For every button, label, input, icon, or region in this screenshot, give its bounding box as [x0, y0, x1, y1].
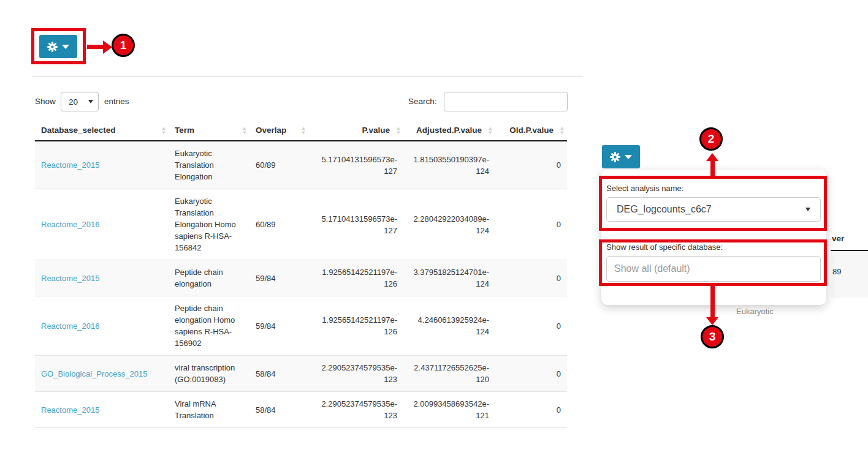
overlap-cell-text: 58/84 — [256, 369, 276, 378]
sort-icons: ▲▼ — [560, 126, 565, 135]
caret-down-icon — [88, 100, 93, 103]
table-row: GO_Biological_Process_2015viral transcri… — [35, 356, 567, 392]
overlap-cell-text: 59/84 — [256, 274, 276, 283]
search-label: Search: — [408, 97, 437, 106]
sort-icons: ▲▼ — [396, 126, 401, 135]
column-header-label: P.value — [362, 126, 390, 135]
old-p-value-cell-text: 0 — [557, 321, 561, 331]
overlap-cell: 59/84 — [249, 296, 308, 356]
p-value-cell-text: 1.92565142521197e-126 — [322, 268, 397, 288]
overlap-cell: 60/89 — [249, 189, 308, 260]
adjusted-p-value-cell-text: 2.43711726552625e-120 — [414, 363, 489, 384]
term-cell-text: Eukaryotic Translation Elongation — [175, 149, 214, 181]
caret-down-icon — [625, 155, 632, 159]
adjusted-p-value-cell-text: 2.28042922034089e-124 — [413, 214, 489, 235]
adjusted-p-value-cell: 4.2460613925924e-124 — [403, 296, 495, 356]
old-p-value-cell-text: 0 — [557, 220, 561, 229]
database-link[interactable]: Reactome_2016 — [41, 321, 99, 331]
database-link[interactable]: Reactome_2015 — [41, 274, 99, 283]
background-header-border — [831, 250, 868, 251]
adjusted-p-value-cell-text: 2.00993458693542e-121 — [413, 399, 489, 420]
database-link[interactable]: GO_Biological_Process_2015 — [41, 369, 147, 378]
column-header-term[interactable]: Term▲▼ — [169, 120, 249, 141]
length-suffix-label: entries — [104, 97, 129, 106]
old-p-value-cell-text: 0 — [557, 369, 561, 378]
sort-icons: ▲▼ — [242, 126, 247, 135]
term-cell-text: Eukaryotic Translation Elongation Homo s… — [175, 197, 236, 252]
old-p-value-cell-text: 0 — [557, 160, 561, 170]
term-cell-text: Peptide chain elongation Homo sapiens R-… — [175, 304, 235, 348]
old-p-value-cell-text: 0 — [557, 274, 561, 283]
overlap-cell: 59/84 — [249, 260, 308, 296]
settings-dropdown-button-right[interactable] — [602, 145, 640, 168]
search-input[interactable] — [444, 92, 568, 111]
db-link: Reactome_2015 — [35, 141, 169, 189]
p-value-cell-text: 1.92565142521197e-126 — [322, 315, 397, 336]
old-p-value-cell: 0 — [495, 189, 567, 260]
annotation-arrow-2 — [710, 160, 715, 176]
term-cell-text: viral transcription (GO:0019083) — [175, 363, 235, 384]
annotation-arrowhead-1 — [103, 40, 112, 54]
column-header-old.p.value[interactable]: Old.P.value▲▼ — [495, 120, 567, 141]
old-p-value-cell: 0 — [495, 260, 567, 296]
column-header-database_selected[interactable]: Database_selected▲▼ — [35, 120, 169, 141]
background-overlap-fragment: 89 — [832, 267, 841, 276]
old-p-value-cell: 0 — [495, 356, 567, 392]
background-term-fragment: Eukaryotic — [736, 307, 774, 316]
table-row: Reactome_2015Eukaryotic Translation Elon… — [35, 141, 567, 189]
p-value-cell: 1.92565142521197e-126 — [308, 296, 403, 356]
p-value-cell-text: 2.29052374579535e-123 — [321, 399, 397, 420]
p-value-cell: 2.29052374579535e-123 — [308, 392, 403, 428]
overlap-cell-text: 59/84 — [256, 321, 276, 331]
annotation-box-1 — [31, 28, 86, 64]
database-link[interactable]: Reactome_2015 — [41, 405, 99, 415]
old-p-value-cell: 0 — [495, 296, 567, 356]
section-divider — [32, 76, 583, 77]
overlap-cell: 58/84 — [249, 392, 308, 428]
annotation-arrowhead-2 — [706, 153, 718, 161]
term-cell: Eukaryotic Translation Elongation Homo s… — [169, 189, 249, 260]
gear-icon — [610, 152, 620, 162]
overlap-cell: 60/89 — [249, 141, 308, 189]
column-header-adjusted.p.value[interactable]: Adjusted.P.value▲▼ — [403, 120, 495, 141]
database-link[interactable]: Reactome_2016 — [41, 220, 99, 229]
table-row: Reactome_2016Peptide chain elongation Ho… — [35, 296, 567, 356]
results-table: Database_selected▲▼Term▲▼Overlap▲▼P.valu… — [35, 120, 567, 428]
column-header-label: Term — [175, 126, 194, 135]
column-header-overlap[interactable]: Overlap▲▼ — [249, 120, 308, 141]
table-row: Reactome_2015Peptide chain elongation59/… — [35, 260, 567, 296]
old-p-value-cell: 0 — [495, 141, 567, 189]
sort-icons: ▲▼ — [161, 126, 166, 135]
table-row: Reactome_2015Viral mRNA Translation58/84… — [35, 392, 567, 428]
p-value-cell-text: 5.17104131596573e-127 — [321, 214, 397, 235]
column-header-label: Database_selected — [41, 126, 116, 135]
overlap-cell-text: 58/84 — [256, 405, 276, 415]
overlap-cell: 58/84 — [249, 356, 308, 392]
database-link[interactable]: Reactome_2015 — [41, 160, 99, 170]
term-cell: Viral mRNA Translation — [169, 392, 249, 428]
adjusted-p-value-cell-text: 4.2460613925924e-124 — [418, 315, 489, 336]
entries-length-value: 20 — [69, 97, 78, 107]
adjusted-p-value-cell: 2.43711726552625e-120 — [403, 356, 495, 392]
column-header-p.value[interactable]: P.value▲▼ — [308, 120, 403, 141]
term-cell: Peptide chain elongation — [169, 260, 249, 296]
table-row: Reactome_2016Eukaryotic Translation Elon… — [35, 189, 567, 260]
annotation-step-1: 1 — [112, 34, 135, 57]
adjusted-p-value-cell-text: 3.37951825124701e-124 — [413, 268, 489, 288]
p-value-cell: 1.92565142521197e-126 — [308, 260, 403, 296]
db-link: Reactome_2015 — [35, 392, 169, 428]
sort-icons: ▲▼ — [488, 126, 493, 135]
p-value-cell-text: 2.29052374579535e-123 — [321, 363, 397, 384]
entries-length-select[interactable]: 20 — [61, 92, 99, 111]
overlap-cell-text: 60/89 — [256, 160, 276, 170]
db-link: Reactome_2015 — [35, 260, 169, 296]
annotation-box-3 — [599, 239, 827, 286]
term-cell-text: Viral mRNA Translation — [175, 399, 216, 420]
old-p-value-cell: 0 — [495, 392, 567, 428]
annotation-arrow-3 — [710, 286, 715, 317]
column-header-label: Overlap — [256, 126, 286, 135]
db-link: Reactome_2016 — [35, 189, 169, 260]
overlap-cell-text: 60/89 — [256, 220, 276, 229]
term-cell: Peptide chain elongation Homo sapiens R-… — [169, 296, 249, 356]
length-prefix-label: Show — [35, 97, 56, 106]
